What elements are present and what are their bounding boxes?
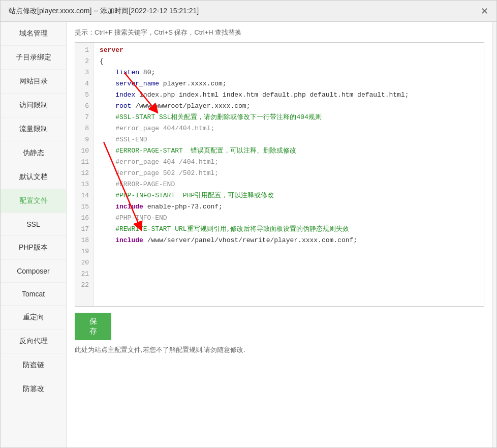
code-line: {: [100, 56, 478, 67]
code-line: listen 80;: [100, 67, 478, 78]
save-button[interactable]: 保存: [75, 313, 111, 340]
code-line: index index.php index.html index.htm def…: [100, 89, 478, 101]
code-line: include enable-php-73.conf;: [100, 201, 478, 213]
sidebar-item-5[interactable]: 伪静态: [1, 141, 66, 165]
line-number: 10: [79, 145, 89, 157]
editor-content[interactable]: 12345678910111213141516171819202122 serv…: [75, 43, 484, 306]
line-number: 20: [79, 257, 89, 268]
sidebar-item-6[interactable]: 默认文档: [1, 165, 66, 189]
code-line: server_name player.xxxx.com;: [100, 78, 478, 89]
line-number: 18: [79, 235, 89, 246]
line-number: 13: [79, 179, 89, 190]
sidebar-item-14[interactable]: 防盗链: [1, 353, 66, 377]
line-number: 16: [79, 213, 89, 224]
line-number: 1: [79, 45, 89, 56]
line-number: 2: [79, 56, 89, 67]
sidebar-item-8[interactable]: SSL: [1, 213, 66, 236]
sidebar-item-0[interactable]: 域名管理: [1, 22, 66, 46]
window-title: 站点修改[player.xxxx.com] -- 添加时间[2022-12-12…: [9, 7, 199, 16]
editor-wrapper: 12345678910111213141516171819202122 serv…: [75, 42, 484, 307]
line-numbers: 12345678910111213141516171819202122: [75, 43, 94, 306]
code-line: #SSL-START SSL相关配置，请勿删除或修改下一行带注释的404规则: [100, 112, 478, 123]
line-number: 21: [79, 268, 89, 280]
title-bar: 站点修改[player.xxxx.com] -- 添加时间[2022-12-12…: [1, 1, 496, 22]
line-number: 4: [79, 78, 89, 89]
code-line: #PHP-INFO-END: [100, 213, 478, 224]
sidebar-item-2[interactable]: 网站目录: [1, 70, 66, 94]
scrollbar-right[interactable]: [492, 22, 496, 448]
footer-note: 此处为站点主配置文件,若您不了解配置规则,请勿随意修改.: [75, 345, 484, 354]
main-layout: 域名管理子目录绑定网站目录访问限制流量限制伪静态默认文档配置文件SSLPHP版本…: [1, 22, 496, 448]
sidebar-item-4[interactable]: 流量限制: [1, 117, 66, 141]
code-line: #ERROR-PAGE-END: [100, 179, 478, 190]
code-line: server: [100, 45, 478, 56]
code-line: #error_page 502 /502.html;: [100, 168, 478, 179]
line-number: 12: [79, 168, 89, 179]
line-number: 7: [79, 112, 89, 123]
sidebar: 域名管理子目录绑定网站目录访问限制流量限制伪静态默认文档配置文件SSLPHP版本…: [1, 22, 67, 448]
line-number: 14: [79, 190, 89, 201]
sidebar-item-13[interactable]: 反向代理: [1, 330, 66, 353]
code-line: #PHP-INFO-START PHP引用配置，可以注释或修改: [100, 190, 478, 201]
sidebar-item-3[interactable]: 访问限制: [1, 94, 66, 117]
sidebar-item-11[interactable]: Tomcat: [1, 283, 66, 306]
sidebar-item-10[interactable]: Composer: [1, 260, 66, 283]
sidebar-item-1[interactable]: 子目录绑定: [1, 46, 66, 70]
line-number: 22: [79, 280, 89, 291]
code-line: #error_page 404/404.html;: [100, 123, 478, 134]
code-line: #error_page 404 /404.html;: [100, 157, 478, 168]
code-line: root /www/wwwroot/player.xxxx.com;: [100, 101, 478, 112]
code-line: include /www/server/panel/vhost/rewrite/…: [100, 235, 478, 246]
line-number: 19: [79, 246, 89, 257]
code-area[interactable]: server{ listen 80; server_name player.xx…: [94, 43, 484, 306]
line-number: 8: [79, 123, 89, 134]
hint-text: 提示：Ctrl+F 搜索关键字，Ctrl+S 保存，Ctrl+H 查找替换: [75, 28, 484, 37]
sidebar-item-7[interactable]: 配置文件: [1, 189, 66, 213]
code-line: #ERROR-PAGE-START 错误页配置，可以注释、删除或修改: [100, 145, 478, 157]
content-area: 提示：Ctrl+F 搜索关键字，Ctrl+S 保存，Ctrl+H 查找替换 12…: [67, 22, 492, 448]
sidebar-item-9[interactable]: PHP版本: [1, 236, 66, 260]
line-number: 6: [79, 101, 89, 112]
line-number: 11: [79, 157, 89, 168]
line-number: 15: [79, 201, 89, 213]
line-number: 9: [79, 134, 89, 145]
sidebar-item-12[interactable]: 重定向: [1, 306, 66, 330]
code-line: #SSL-END: [100, 134, 478, 145]
line-number: 5: [79, 89, 89, 101]
sidebar-item-15[interactable]: 防篡改: [1, 377, 66, 401]
line-number: 3: [79, 67, 89, 78]
close-button[interactable]: ✕: [481, 7, 488, 16]
line-number: 17: [79, 224, 89, 235]
code-line: #REWRITE-START URL重写规则引用,修改后将导致面板设置的伪静态规…: [100, 224, 478, 235]
